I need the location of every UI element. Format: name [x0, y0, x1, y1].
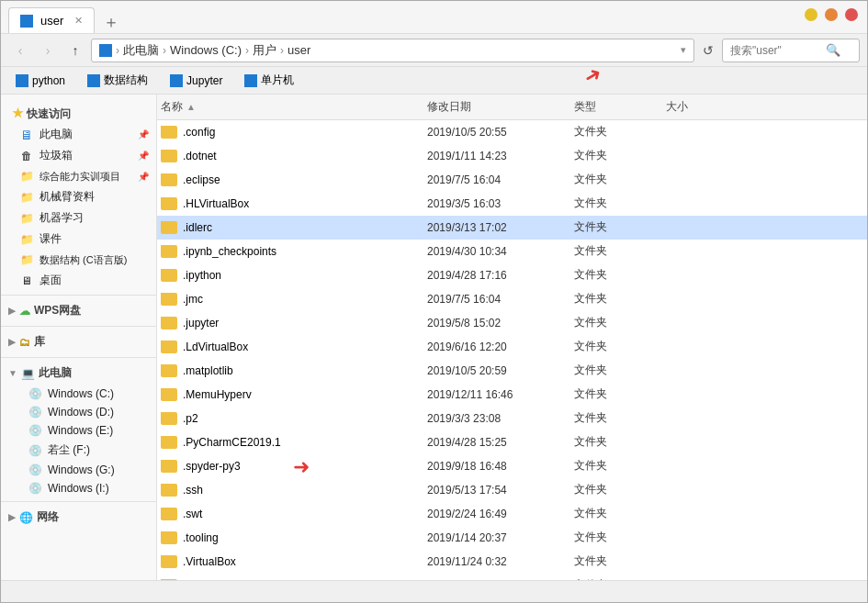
table-row[interactable]: .PyCharmCE2019.1 2019/4/28 15:25 文件夹 [157, 430, 867, 454]
refresh-btn[interactable]: ↺ [698, 40, 718, 61]
sidebar-item-zhong-he[interactable]: 📁 综合能力实训项目 📌 [1, 166, 156, 186]
sidebar-drive-e-icon: 💿 [28, 424, 42, 437]
sidebar-item-jixibi[interactable]: 📁 机械臂资料 [1, 186, 156, 207]
bookmark-shujujiegou[interactable]: 数据结构 [80, 71, 155, 90]
sidebar-item-windows-e[interactable]: 💿 Windows (E:) [1, 421, 156, 440]
file-type-cell: 文件夹 [574, 267, 666, 283]
bookmark-danpianji[interactable]: 单片机 [237, 71, 301, 90]
folder-icon [161, 508, 177, 520]
file-type-cell: 文件夹 [574, 219, 666, 235]
bookmark-label-python: python [32, 74, 65, 87]
folder-icon [161, 269, 177, 282]
sidebar-wps-label: WPS网盘 [34, 303, 81, 318]
sidebar-network-group[interactable]: ▶ 🌐 网络 [1, 506, 156, 529]
table-row[interactable]: .HLVirtualBox 2019/3/5 16:03 文件夹 [157, 192, 867, 216]
new-tab-btn[interactable]: ＋ [100, 11, 122, 33]
table-row[interactable]: .idlerc 2019/3/13 17:02 文件夹 [157, 216, 867, 240]
sidebar-item-shujujiegou[interactable]: 📁 数据结构 (C语言版) [1, 250, 156, 270]
sidebar-item-jiqixuexi[interactable]: 📁 机器学习 [1, 207, 156, 229]
forward-btn[interactable]: › [36, 39, 60, 62]
sidebar-item-this-pc[interactable]: 🖥 此电脑 📌 [1, 124, 156, 145]
table-row[interactable]: .vscode 2019/12/23 10:56 文件夹 [157, 574, 867, 580]
up-btn[interactable]: ↑ [63, 39, 87, 62]
sidebar-thispc-icon: 💻 [21, 367, 35, 380]
file-name-cell: .jupyter [161, 317, 427, 329]
table-row[interactable]: .dotnet 2019/1/11 14:23 文件夹 [157, 144, 867, 168]
table-row[interactable]: .p2 2019/3/3 23:08 文件夹 [157, 407, 867, 430]
sidebar-jiqixuexi-label: 机器学习 [39, 210, 84, 226]
file-name-text: .ipynb_checkpoints [183, 245, 276, 258]
sidebar-item-ruochen-f[interactable]: 💿 若尘 (F:) [1, 440, 156, 461]
bookmark-folder-icon-python [16, 74, 28, 87]
sidebar-item-kejian[interactable]: 📁 课件 [1, 229, 156, 250]
file-name-cell: .config [161, 126, 427, 139]
sidebar-item-windows-c[interactable]: 💿 Windows (C:) [1, 385, 156, 403]
col-header-name[interactable]: 名称 ▲ [161, 99, 427, 115]
sidebar-divider-2 [1, 326, 156, 327]
tab-close-btn[interactable]: ✕ [74, 15, 83, 27]
folder-icon [161, 293, 177, 306]
bookmark-folder-icon-data [87, 74, 100, 87]
table-row[interactable]: .ssh 2019/5/13 17:54 文件夹 [157, 478, 867, 502]
sidebar-jixibi-label: 机械臂资料 [39, 189, 95, 205]
breadcrumb-windows-c[interactable]: Windows (C:) [170, 43, 242, 57]
search-icon[interactable]: 🔍 [826, 43, 840, 57]
sidebar-item-windows-i[interactable]: 💿 Windows (I:) [1, 479, 156, 497]
table-row[interactable]: .jmc 2019/7/5 16:04 文件夹 [157, 287, 867, 311]
file-name-cell: .PyCharmCE2019.1 [161, 436, 427, 449]
sidebar-library-group[interactable]: ▶ 🗂 库 [1, 330, 156, 353]
sidebar-item-desktop[interactable]: 🖥 桌面 [1, 270, 156, 291]
address-bar[interactable]: › 此电脑 › Windows (C:) › 用户 › user ▾ [91, 39, 694, 62]
active-tab[interactable]: user ✕ [8, 7, 95, 33]
file-type-cell: 文件夹 [574, 291, 666, 307]
sidebar-drive-f-label: 若尘 (F:) [48, 442, 90, 458]
file-name-cell: .p2 [161, 412, 427, 425]
maximize-btn[interactable] [825, 8, 838, 21]
table-row[interactable]: .matplotlib 2019/10/5 20:59 文件夹 [157, 359, 867, 383]
sidebar-drive-d-icon: 💿 [28, 406, 42, 419]
col-header-size[interactable]: 大小 [666, 99, 739, 115]
file-type-cell: 文件夹 [574, 386, 666, 402]
sidebar-trash-label: 垃圾箱 [39, 148, 73, 163]
sidebar-thispc-group[interactable]: ▼ 💻 此电脑 [1, 362, 156, 385]
search-bar[interactable]: 🔍 [722, 39, 860, 62]
table-row[interactable]: .VirtualBox 2019/11/24 0:32 文件夹 [157, 550, 867, 574]
col-header-type[interactable]: 类型 [574, 99, 666, 115]
table-row[interactable]: .eclipse 2019/7/5 16:04 文件夹 [157, 168, 867, 192]
bookmark-python[interactable]: python [8, 73, 73, 89]
file-name-cell: .VirtualBox [161, 555, 427, 568]
table-row[interactable]: .config 2019/10/5 20:55 文件夹 [157, 120, 867, 144]
minimize-btn[interactable] [805, 8, 817, 21]
sidebar-cloud-icon: ☁ [19, 305, 30, 318]
tab-folder-icon [20, 15, 33, 28]
sidebar-quick-access-header[interactable]: ★ 快速访问 [1, 102, 156, 124]
table-row[interactable]: .ipython 2019/4/28 17:16 文件夹 [157, 263, 867, 287]
title-bar: user ✕ ＋ [1, 1, 867, 34]
folder-icon [161, 531, 177, 544]
sidebar-item-windows-g[interactable]: 💿 Windows (G:) [1, 461, 156, 479]
sidebar-drive-d-label: Windows (D:) [48, 406, 114, 419]
sidebar-wps-group[interactable]: ▶ ☁ WPS网盘 [1, 299, 156, 322]
file-date-cell: 2019/5/8 15:02 [427, 317, 574, 329]
table-row[interactable]: .spyder-py3 2019/9/18 16:48 文件夹 [157, 454, 867, 478]
bookmark-jupyter[interactable]: Jupyter [163, 73, 230, 89]
file-date-cell: 2019/4/30 10:34 [427, 245, 574, 258]
breadcrumb-users[interactable]: 用户 [253, 42, 276, 59]
col-header-date[interactable]: 修改日期 [427, 99, 574, 115]
sidebar-pin-1: 📌 [138, 129, 149, 140]
breadcrumb-this-pc[interactable]: 此电脑 [123, 42, 159, 59]
table-row[interactable]: .LdVirtualBox 2019/6/16 12:20 文件夹 [157, 335, 867, 359]
table-row[interactable]: .ipynb_checkpoints 2019/4/30 10:34 文件夹 [157, 240, 867, 263]
table-row[interactable]: .jupyter 2019/5/8 15:02 文件夹 [157, 311, 867, 335]
file-date-cell: 2019/7/5 16:04 [427, 293, 574, 306]
file-name-text: .ssh [183, 484, 203, 497]
search-input[interactable] [730, 44, 822, 57]
sidebar-item-trash[interactable]: 🗑 垃圾箱 📌 [1, 145, 156, 166]
table-row[interactable]: .swt 2019/2/24 16:49 文件夹 [157, 502, 867, 526]
sidebar-item-windows-d[interactable]: 💿 Windows (D:) [1, 403, 156, 421]
breadcrumb-user[interactable]: user [287, 43, 310, 57]
back-btn[interactable]: ‹ [8, 39, 32, 62]
close-btn[interactable] [845, 8, 858, 21]
table-row[interactable]: .MemuHyperv 2019/12/11 16:46 文件夹 [157, 383, 867, 407]
table-row[interactable]: .tooling 2019/1/14 20:37 文件夹 [157, 526, 867, 550]
